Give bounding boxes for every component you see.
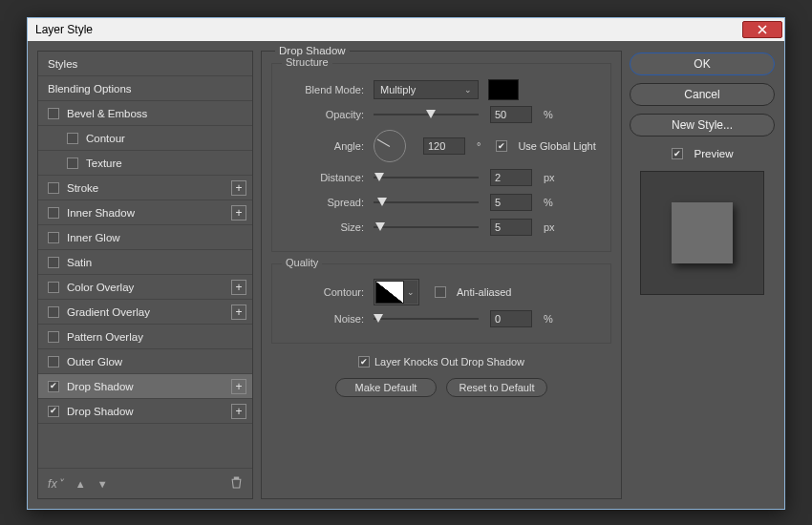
opacity-unit: % — [544, 109, 553, 120]
add-effect-icon[interactable]: + — [231, 304, 246, 320]
effect-label: Texture — [86, 158, 122, 169]
blend-mode-value: Multiply — [380, 84, 416, 95]
spread-label: Spread: — [282, 197, 364, 208]
spread-slider[interactable] — [374, 196, 479, 209]
effect-row-satin[interactable]: Satin — [38, 250, 252, 275]
checkbox-icon[interactable] — [48, 331, 59, 343]
size-slider[interactable] — [374, 220, 479, 234]
styles-header-label: Styles — [48, 58, 77, 70]
structure-fieldset: Structure Blend Mode: Multiply ⌄ Opacity… — [271, 63, 611, 252]
effect-row-gradient-overlay[interactable]: Gradient Overlay+ — [38, 300, 252, 325]
checkbox-icon[interactable] — [48, 182, 59, 194]
distance-label: Distance: — [282, 172, 364, 183]
distance-slider[interactable] — [374, 171, 479, 184]
add-effect-icon[interactable]: + — [231, 205, 246, 220]
styles-list-footer: fx˅ ▲ ▼ — [38, 468, 252, 498]
blending-options-row[interactable]: Blending Options — [38, 76, 252, 101]
add-effect-icon[interactable]: + — [231, 404, 246, 419]
ok-button[interactable]: OK — [630, 52, 775, 75]
contour-swatch-icon — [375, 281, 404, 304]
preview-checkbox[interactable] — [672, 148, 683, 159]
effect-row-drop-shadow-1[interactable]: Drop Shadow+ — [38, 374, 252, 399]
styles-header[interactable]: Styles — [38, 52, 252, 76]
close-icon — [756, 25, 769, 34]
checkbox-icon[interactable] — [48, 232, 59, 243]
layer-style-dialog: Layer Style Styles Blending Options Beve… — [27, 17, 785, 510]
reset-default-button[interactable]: Reset to Default — [446, 378, 547, 397]
distance-input[interactable]: 2 — [490, 169, 532, 186]
checkbox-icon[interactable] — [48, 108, 59, 119]
noise-unit: % — [544, 313, 553, 325]
noise-input[interactable]: 0 — [490, 310, 532, 327]
effect-label: Contour — [86, 133, 125, 144]
angle-unit: ° — [477, 140, 481, 152]
checkbox-icon[interactable] — [48, 406, 59, 417]
contour-picker[interactable]: ⌄ — [374, 279, 419, 305]
effect-row-inner-glow[interactable]: Inner Glow — [38, 225, 252, 250]
fx-menu-icon[interactable]: fx˅ — [48, 477, 64, 491]
contour-label: Contour: — [282, 286, 364, 298]
titlebar: Layer Style — [28, 18, 784, 41]
chevron-down-icon: ⌄ — [464, 85, 472, 94]
effect-row-pattern-overlay[interactable]: Pattern Overlay — [38, 325, 252, 349]
effect-label: Inner Shadow — [67, 207, 135, 219]
make-default-button[interactable]: Make Default — [335, 378, 437, 397]
cancel-button[interactable]: Cancel — [630, 83, 775, 106]
shadow-color-swatch[interactable] — [488, 79, 519, 100]
spread-input[interactable]: 5 — [490, 194, 532, 211]
dialog-actions-column: OK Cancel New Style... Preview — [630, 51, 775, 499]
noise-label: Noise: — [282, 313, 364, 325]
effect-settings-panel: Drop Shadow Structure Blend Mode: Multip… — [261, 51, 622, 499]
checkbox-icon[interactable] — [67, 133, 78, 144]
trash-icon[interactable] — [230, 475, 243, 493]
use-global-light-label: Use Global Light — [518, 140, 595, 152]
checkbox-icon[interactable] — [48, 257, 59, 268]
add-effect-icon[interactable]: + — [231, 280, 246, 295]
effect-label: Inner Glow — [67, 232, 120, 243]
use-global-light-checkbox[interactable] — [496, 140, 507, 152]
effect-label: Satin — [67, 257, 92, 268]
effect-label: Color Overlay — [67, 282, 134, 293]
opacity-slider[interactable] — [374, 108, 479, 121]
angle-dial[interactable] — [374, 130, 406, 162]
new-style-button[interactable]: New Style... — [630, 114, 775, 136]
angle-input[interactable]: 120 — [423, 137, 465, 155]
size-input[interactable]: 5 — [490, 219, 532, 236]
add-effect-icon[interactable]: + — [231, 379, 246, 394]
checkbox-icon[interactable] — [48, 306, 59, 318]
size-unit: px — [544, 221, 555, 233]
quality-fieldset: Quality Contour: ⌄ Anti-aliased Noise: 0… — [271, 263, 611, 344]
effect-row-color-overlay[interactable]: Color Overlay+ — [38, 275, 252, 300]
effect-row-outer-glow[interactable]: Outer Glow — [38, 349, 252, 374]
noise-slider[interactable] — [374, 312, 479, 326]
dialog-body: Styles Blending Options Bevel & Emboss C… — [28, 41, 784, 509]
window-close-button[interactable] — [742, 21, 782, 38]
move-up-icon[interactable]: ▲ — [75, 478, 86, 490]
checkbox-icon[interactable] — [48, 356, 59, 368]
effect-row-bevel[interactable]: Bevel & Emboss — [38, 101, 252, 126]
add-effect-icon[interactable]: + — [231, 180, 246, 196]
effect-row-contour[interactable]: Contour — [38, 126, 252, 151]
checkbox-icon[interactable] — [48, 282, 59, 293]
effect-label: Pattern Overlay — [67, 331, 143, 343]
effect-row-inner-shadow[interactable]: Inner Shadow+ — [38, 200, 252, 225]
checkbox-icon[interactable] — [67, 158, 78, 169]
effect-row-stroke[interactable]: Stroke+ — [38, 176, 252, 200]
move-down-icon[interactable]: ▼ — [97, 478, 108, 490]
contour-row: Contour: ⌄ Anti-aliased — [282, 278, 601, 306]
blend-mode-select[interactable]: Multiply ⌄ — [374, 80, 479, 99]
effect-label: Drop Shadow — [67, 406, 134, 417]
angle-label: Angle: — [282, 140, 364, 152]
checkbox-icon[interactable] — [48, 207, 59, 219]
spread-unit: % — [544, 197, 553, 208]
opacity-input[interactable]: 50 — [490, 106, 532, 123]
checkbox-icon[interactable] — [48, 381, 59, 392]
styles-list-panel: Styles Blending Options Bevel & Emboss C… — [37, 51, 253, 499]
effect-row-texture[interactable]: Texture — [38, 151, 252, 176]
blend-mode-label: Blend Mode: — [282, 84, 364, 95]
knockout-checkbox[interactable] — [358, 356, 370, 368]
blend-mode-row: Blend Mode: Multiply ⌄ — [282, 77, 601, 102]
effect-row-drop-shadow-2[interactable]: Drop Shadow+ — [38, 399, 252, 424]
antialiased-checkbox[interactable] — [435, 286, 446, 298]
angle-row: Angle: 120 ° Use Global Light — [282, 127, 601, 165]
